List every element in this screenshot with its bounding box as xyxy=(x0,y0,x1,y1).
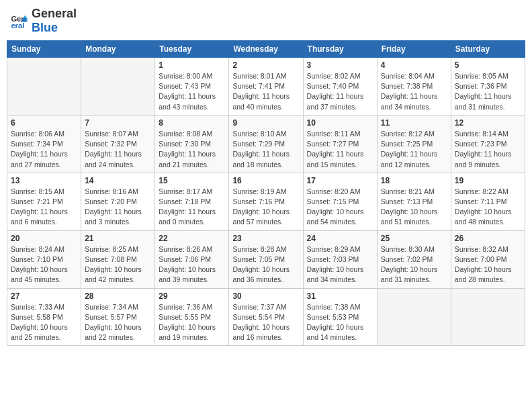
day-info: Sunrise: 7:38 AM Sunset: 5:53 PM Dayligh… xyxy=(307,302,373,343)
calendar-cell: 6Sunrise: 8:06 AM Sunset: 7:34 PM Daylig… xyxy=(7,115,81,173)
day-number: 20 xyxy=(11,234,77,243)
calendar-cell: 26Sunrise: 8:32 AM Sunset: 7:00 PM Dayli… xyxy=(451,230,525,288)
day-info: Sunrise: 8:00 AM Sunset: 7:43 PM Dayligh… xyxy=(159,71,225,112)
day-info: Sunrise: 8:20 AM Sunset: 7:15 PM Dayligh… xyxy=(307,187,373,228)
calendar-cell: 19Sunrise: 8:22 AM Sunset: 7:11 PM Dayli… xyxy=(451,173,525,230)
weekday-saturday: Saturday xyxy=(451,41,525,58)
day-number: 6 xyxy=(11,118,77,128)
calendar-cell: 11Sunrise: 8:12 AM Sunset: 7:25 PM Dayli… xyxy=(377,115,451,173)
calendar-table: SundayMondayTuesdayWednesdayThursdayFrid… xyxy=(7,40,525,346)
calendar-cell: 25Sunrise: 8:30 AM Sunset: 7:02 PM Dayli… xyxy=(377,230,451,288)
calendar-cell: 12Sunrise: 8:14 AM Sunset: 7:23 PM Dayli… xyxy=(451,115,525,173)
day-number: 14 xyxy=(85,176,151,185)
day-number: 31 xyxy=(307,291,373,301)
svg-text:eral: eral xyxy=(11,21,24,30)
day-info: Sunrise: 8:32 AM Sunset: 7:00 PM Dayligh… xyxy=(455,244,521,285)
day-info: Sunrise: 8:08 AM Sunset: 7:30 PM Dayligh… xyxy=(159,129,225,170)
day-number: 28 xyxy=(85,291,151,301)
day-number: 21 xyxy=(85,234,151,243)
calendar-cell: 27Sunrise: 7:33 AM Sunset: 5:58 PM Dayli… xyxy=(7,288,81,346)
day-info: Sunrise: 8:06 AM Sunset: 7:34 PM Dayligh… xyxy=(11,129,77,170)
day-info: Sunrise: 8:24 AM Sunset: 7:10 PM Dayligh… xyxy=(11,244,77,285)
day-number: 25 xyxy=(381,234,447,243)
day-number: 23 xyxy=(232,234,299,243)
calendar-cell: 17Sunrise: 8:20 AM Sunset: 7:15 PM Dayli… xyxy=(303,173,377,230)
day-number: 27 xyxy=(11,291,77,301)
calendar-week-2: 6Sunrise: 8:06 AM Sunset: 7:34 PM Daylig… xyxy=(7,115,525,173)
calendar-cell: 24Sunrise: 8:29 AM Sunset: 7:03 PM Dayli… xyxy=(303,230,377,288)
calendar-cell: 7Sunrise: 8:07 AM Sunset: 7:32 PM Daylig… xyxy=(81,115,155,173)
logo-text: General Blue xyxy=(32,7,77,35)
weekday-tuesday: Tuesday xyxy=(155,41,229,58)
day-number: 19 xyxy=(455,176,521,185)
day-info: Sunrise: 8:28 AM Sunset: 7:05 PM Dayligh… xyxy=(232,244,299,285)
calendar-cell xyxy=(81,58,155,116)
day-number: 7 xyxy=(85,118,151,128)
calendar-week-4: 20Sunrise: 8:24 AM Sunset: 7:10 PM Dayli… xyxy=(7,230,525,288)
page-header: Gen eral General Blue xyxy=(7,7,525,35)
day-info: Sunrise: 8:19 AM Sunset: 7:16 PM Dayligh… xyxy=(232,187,299,228)
calendar-week-1: 1Sunrise: 8:00 AM Sunset: 7:43 PM Daylig… xyxy=(7,58,525,116)
day-number: 5 xyxy=(455,60,521,70)
weekday-sunday: Sunday xyxy=(7,41,81,58)
day-number: 24 xyxy=(307,234,373,243)
day-info: Sunrise: 8:07 AM Sunset: 7:32 PM Dayligh… xyxy=(85,129,151,170)
calendar-cell: 9Sunrise: 8:10 AM Sunset: 7:29 PM Daylig… xyxy=(229,115,303,173)
day-info: Sunrise: 7:34 AM Sunset: 5:57 PM Dayligh… xyxy=(85,302,151,343)
calendar-cell xyxy=(451,288,525,346)
day-number: 1 xyxy=(159,60,225,70)
day-info: Sunrise: 8:10 AM Sunset: 7:29 PM Dayligh… xyxy=(232,129,299,170)
weekday-wednesday: Wednesday xyxy=(229,41,303,58)
day-info: Sunrise: 8:30 AM Sunset: 7:02 PM Dayligh… xyxy=(381,244,447,285)
day-info: Sunrise: 7:33 AM Sunset: 5:58 PM Dayligh… xyxy=(11,302,77,343)
day-info: Sunrise: 8:29 AM Sunset: 7:03 PM Dayligh… xyxy=(307,244,373,285)
calendar-cell: 16Sunrise: 8:19 AM Sunset: 7:16 PM Dayli… xyxy=(229,173,303,230)
day-number: 8 xyxy=(159,118,225,128)
calendar-cell: 4Sunrise: 8:04 AM Sunset: 7:38 PM Daylig… xyxy=(377,58,451,116)
day-info: Sunrise: 8:26 AM Sunset: 7:06 PM Dayligh… xyxy=(159,244,225,285)
calendar-cell: 29Sunrise: 7:36 AM Sunset: 5:55 PM Dayli… xyxy=(155,288,229,346)
day-info: Sunrise: 8:25 AM Sunset: 7:08 PM Dayligh… xyxy=(85,244,151,285)
day-number: 13 xyxy=(11,176,77,185)
calendar-cell xyxy=(7,58,81,116)
day-number: 2 xyxy=(232,60,299,70)
logo-icon: Gen eral xyxy=(10,11,29,30)
calendar-week-5: 27Sunrise: 7:33 AM Sunset: 5:58 PM Dayli… xyxy=(7,288,525,346)
calendar-cell: 1Sunrise: 8:00 AM Sunset: 7:43 PM Daylig… xyxy=(155,58,229,116)
day-info: Sunrise: 8:05 AM Sunset: 7:36 PM Dayligh… xyxy=(455,71,521,112)
day-number: 26 xyxy=(455,234,521,243)
day-info: Sunrise: 8:14 AM Sunset: 7:23 PM Dayligh… xyxy=(455,129,521,170)
day-info: Sunrise: 8:16 AM Sunset: 7:20 PM Dayligh… xyxy=(85,187,151,228)
day-number: 16 xyxy=(232,176,299,185)
calendar-cell: 5Sunrise: 8:05 AM Sunset: 7:36 PM Daylig… xyxy=(451,58,525,116)
calendar-week-3: 13Sunrise: 8:15 AM Sunset: 7:21 PM Dayli… xyxy=(7,173,525,230)
calendar-cell: 8Sunrise: 8:08 AM Sunset: 7:30 PM Daylig… xyxy=(155,115,229,173)
calendar-cell: 31Sunrise: 7:38 AM Sunset: 5:53 PM Dayli… xyxy=(303,288,377,346)
logo: Gen eral General Blue xyxy=(10,7,77,35)
calendar-cell: 22Sunrise: 8:26 AM Sunset: 7:06 PM Dayli… xyxy=(155,230,229,288)
day-info: Sunrise: 8:15 AM Sunset: 7:21 PM Dayligh… xyxy=(11,187,77,228)
calendar-cell: 23Sunrise: 8:28 AM Sunset: 7:05 PM Dayli… xyxy=(229,230,303,288)
calendar-cell: 18Sunrise: 8:21 AM Sunset: 7:13 PM Dayli… xyxy=(377,173,451,230)
calendar-cell: 21Sunrise: 8:25 AM Sunset: 7:08 PM Dayli… xyxy=(81,230,155,288)
day-number: 4 xyxy=(381,60,447,70)
calendar-cell: 3Sunrise: 8:02 AM Sunset: 7:40 PM Daylig… xyxy=(303,58,377,116)
day-info: Sunrise: 8:11 AM Sunset: 7:27 PM Dayligh… xyxy=(307,129,373,170)
calendar-cell: 14Sunrise: 8:16 AM Sunset: 7:20 PM Dayli… xyxy=(81,173,155,230)
day-info: Sunrise: 8:17 AM Sunset: 7:18 PM Dayligh… xyxy=(159,187,225,228)
weekday-header-row: SundayMondayTuesdayWednesdayThursdayFrid… xyxy=(7,41,525,58)
calendar-cell: 10Sunrise: 8:11 AM Sunset: 7:27 PM Dayli… xyxy=(303,115,377,173)
day-number: 17 xyxy=(307,176,373,185)
calendar-cell: 28Sunrise: 7:34 AM Sunset: 5:57 PM Dayli… xyxy=(81,288,155,346)
day-info: Sunrise: 7:37 AM Sunset: 5:54 PM Dayligh… xyxy=(232,302,299,343)
calendar-cell: 15Sunrise: 8:17 AM Sunset: 7:18 PM Dayli… xyxy=(155,173,229,230)
day-number: 10 xyxy=(307,118,373,128)
day-info: Sunrise: 8:12 AM Sunset: 7:25 PM Dayligh… xyxy=(381,129,447,170)
calendar-cell: 30Sunrise: 7:37 AM Sunset: 5:54 PM Dayli… xyxy=(229,288,303,346)
day-info: Sunrise: 8:21 AM Sunset: 7:13 PM Dayligh… xyxy=(381,187,447,228)
weekday-thursday: Thursday xyxy=(303,41,377,58)
calendar-cell: 20Sunrise: 8:24 AM Sunset: 7:10 PM Dayli… xyxy=(7,230,81,288)
day-info: Sunrise: 8:04 AM Sunset: 7:38 PM Dayligh… xyxy=(381,71,447,112)
day-number: 22 xyxy=(159,234,225,243)
weekday-friday: Friday xyxy=(377,41,451,58)
